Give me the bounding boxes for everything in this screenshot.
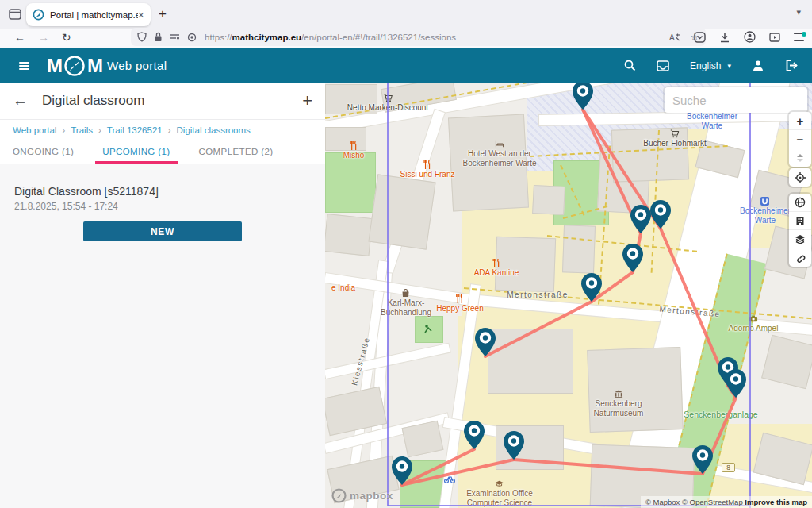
new-tab-button[interactable]: + — [159, 6, 167, 22]
session-route-line — [514, 460, 703, 474]
pitch-toggle-button[interactable] — [789, 148, 811, 167]
task-marker-pin[interactable] — [630, 205, 651, 233]
zoom-controls: + − — [789, 112, 811, 167]
breadcrumb: Web portal › Trails › Trail 1326521 › Di… — [0, 119, 325, 140]
geolocate-button[interactable] — [789, 168, 811, 187]
tab-close-icon[interactable]: × — [138, 9, 144, 21]
translate-icon[interactable]: A — [669, 33, 680, 42]
geolocate-control — [789, 168, 811, 187]
account-icon[interactable] — [744, 31, 756, 43]
back-button[interactable]: ← — [14, 31, 25, 44]
zoom-out-button[interactable]: − — [789, 130, 811, 148]
search-icon[interactable] — [624, 60, 636, 71]
tab-list-chevron-icon[interactable]: ▾ — [796, 7, 801, 17]
language-selector[interactable]: English ▾ — [690, 60, 731, 71]
firefox-view-icon[interactable] — [8, 7, 22, 21]
browser-toolbar: ← → ↻ https://mathcitymap.eu/en/portal-e… — [0, 29, 812, 48]
trail-lines-overlay — [325, 83, 812, 508]
browser-tab[interactable]: Portal | mathcitymap.eu × — [26, 3, 151, 26]
task-marker-pin[interactable] — [692, 445, 713, 474]
task-marker-pin[interactable] — [581, 273, 602, 302]
chevron-down-icon: ▾ — [727, 62, 731, 70]
tab-completed[interactable]: COMPLETED (2) — [199, 140, 274, 164]
session-route-line — [402, 449, 474, 485]
menu-button[interactable] — [794, 33, 804, 41]
buildings-button[interactable] — [789, 212, 811, 230]
pocket-icon[interactable] — [694, 32, 706, 43]
task-marker-pin[interactable] — [464, 421, 485, 449]
task-marker-pin[interactable] — [504, 431, 524, 460]
logout-icon[interactable] — [785, 60, 798, 71]
tab-upcoming[interactable]: UPCOMING (1) — [102, 140, 170, 164]
map-search-input[interactable] — [665, 87, 807, 113]
app-menu-icon[interactable] — [19, 62, 29, 70]
url-bar[interactable]: https://mathcitymap.eu/en/portal-en/#!/t… — [131, 28, 706, 46]
session-time: 21.8.2025, 15:54 - 17:24 — [14, 201, 325, 212]
improve-map-link[interactable]: Improve this map — [745, 498, 807, 506]
session-route-line — [485, 302, 592, 356]
panel-header: ← Digital classroom + — [0, 83, 325, 119]
layers-button[interactable] — [789, 230, 811, 248]
task-marker-pin[interactable] — [392, 456, 412, 485]
url-text: https://mathcitymap.eu/en/portal-en/#!/t… — [205, 33, 669, 42]
share-link-button[interactable] — [789, 248, 811, 267]
lock-icon[interactable] — [154, 32, 163, 42]
reload-button[interactable]: ↻ — [62, 31, 71, 44]
task-marker-pin[interactable] — [650, 200, 671, 229]
map-attribution: © Mapbox © OpenStreetMap Improve this ma… — [641, 496, 812, 508]
svg-text:A: A — [669, 33, 675, 42]
task-marker-pin[interactable] — [622, 244, 643, 272]
session-name: Digital Classroom [s5211874] — [14, 185, 325, 198]
permissions-settings-icon[interactable] — [170, 33, 180, 42]
user-icon[interactable] — [752, 60, 764, 72]
globe-button[interactable] — [789, 194, 811, 212]
breadcrumb-link[interactable]: Digital classrooms — [177, 125, 251, 135]
breadcrumb-link[interactable]: Web portal — [13, 125, 56, 135]
downloads-icon[interactable] — [719, 32, 730, 43]
mapbox-logo[interactable]: mapbox — [331, 488, 393, 503]
task-marker-pin[interactable] — [475, 328, 496, 356]
task-marker-pin[interactable] — [726, 369, 746, 398]
support-inbox-icon[interactable] — [657, 60, 669, 71]
add-session-button[interactable]: + — [302, 90, 312, 111]
session-route-line — [402, 460, 514, 485]
sidebar-icon[interactable] — [769, 32, 780, 43]
app-header: M M Web portal English ▾ — [0, 48, 812, 83]
tab-title: Portal | mathcitymap.eu — [50, 10, 138, 20]
location-permission-icon[interactable] — [187, 33, 197, 42]
tab-favicon — [33, 9, 44, 21]
back-arrow-icon[interactable]: ← — [13, 92, 28, 110]
zoom-in-button[interactable]: + — [789, 112, 811, 130]
breadcrumb-link[interactable]: Trail 1326521 — [107, 125, 163, 135]
update-dot — [802, 32, 806, 37]
map-tool-controls — [789, 194, 811, 267]
compass-icon — [63, 54, 86, 78]
task-marker-pin[interactable] — [573, 83, 593, 110]
new-session-button[interactable]: NEW — [83, 221, 242, 241]
tab-ongoing[interactable]: ONGOING (1) — [13, 140, 74, 164]
mapbox-attribution-link[interactable]: © Mapbox — [645, 498, 680, 506]
side-panel: ← Digital classroom + Web portal › Trail… — [0, 83, 325, 508]
browser-tab-strip: Portal | mathcitymap.eu × + ▾ — [0, 0, 812, 29]
osm-attribution-link[interactable]: © OpenStreetMap — [682, 498, 743, 506]
forward-button[interactable]: → — [38, 31, 49, 44]
page-title: Digital classroom — [42, 93, 302, 109]
map[interactable]: 8 Netto Marken-DiscountMishoSissi und Fr… — [325, 83, 812, 508]
shield-permissions-icon[interactable] — [137, 32, 147, 42]
breadcrumb-link[interactable]: Trails — [71, 125, 93, 135]
mcm-logo[interactable]: M M Web portal — [47, 54, 167, 78]
session-tabs: ONGOING (1) UPCOMING (1) COMPLETED (2) — [0, 140, 325, 164]
